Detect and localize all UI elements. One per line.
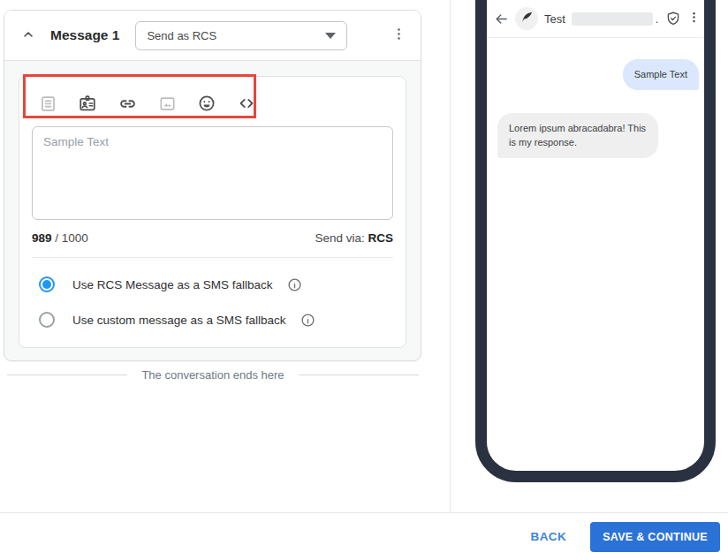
image-icon[interactable]: [155, 92, 178, 115]
phone-screen: Test . Sample Text Lorem ipsum abracadab…: [487, 0, 704, 471]
message-title: Message 1: [50, 27, 119, 43]
phone-preview-panel: Test . Sample Text Lorem ipsum abracadab…: [451, 0, 728, 512]
rcs-message-builder: Message 1 Send as RCS: [0, 0, 728, 560]
send-via-label: Send via:: [315, 231, 368, 245]
message-card-body: 989 / 1000 Send via: RCS Use RCS Message…: [4, 61, 421, 360]
message-options-menu-button[interactable]: [389, 24, 408, 47]
message-editor-panel: Message 1 Send as RCS: [0, 0, 451, 512]
composer-meta-row: 989 / 1000 Send via: RCS: [32, 231, 393, 245]
redacted-sender-id: [572, 12, 653, 26]
send-via: Send via: RCS: [315, 231, 393, 245]
collapse-message-button[interactable]: [17, 24, 40, 47]
wizard-footer: BACK SAVE & CONTINUE: [0, 512, 728, 560]
editor-divider: [32, 257, 393, 258]
radio-button-icon[interactable]: [39, 312, 55, 328]
send-via-value: RCS: [368, 231, 393, 245]
char-count-used: 989: [32, 231, 52, 245]
back-arrow-icon[interactable]: [494, 11, 509, 26]
message-card: Message 1 Send as RCS: [4, 10, 421, 361]
divider-line: [7, 375, 127, 375]
emoji-icon[interactable]: [195, 92, 218, 115]
message-editor: 989 / 1000 Send via: RCS Use RCS Message…: [19, 76, 406, 348]
message-text-input[interactable]: [32, 126, 393, 220]
kebab-menu-icon: [391, 26, 406, 44]
divider-line: [299, 375, 419, 375]
contact-name-suffix: .: [656, 12, 659, 26]
phone-chat-header: Test .: [487, 0, 704, 38]
chat-area: Sample Text Lorem ipsum abracadabra! Thi…: [487, 38, 704, 471]
feather-icon: [520, 11, 534, 27]
contact-card-icon[interactable]: [76, 92, 99, 115]
fallback-option-label: Use RCS Message as a SMS fallback: [72, 278, 273, 291]
back-button[interactable]: BACK: [531, 530, 567, 543]
conversation-end-text: The conversation ends here: [141, 368, 284, 382]
template-icon[interactable]: [36, 92, 59, 115]
fallback-option-label: Use custom message as a SMS fallback: [72, 314, 286, 327]
chevron-down-icon: [325, 33, 336, 39]
verified-shield-icon: [665, 11, 681, 26]
link-icon[interactable]: [116, 92, 139, 115]
conversation-end-divider: The conversation ends here: [7, 368, 419, 382]
info-icon[interactable]: [300, 313, 315, 328]
fallback-option-custom[interactable]: Use custom message as a SMS fallback: [32, 306, 393, 333]
phone-mockup: Test . Sample Text Lorem ipsum abracadab…: [475, 0, 716, 482]
info-icon[interactable]: [287, 277, 302, 292]
kebab-menu-icon: [687, 11, 701, 26]
char-count-max: 1000: [62, 231, 88, 245]
incoming-message-bubble: Lorem ipsum abracadabra! This is my resp…: [497, 113, 658, 158]
send-as-dropdown-value: Send as RCS: [147, 29, 216, 42]
chat-options-menu-button[interactable]: [687, 11, 700, 26]
char-counter: 989 / 1000: [32, 231, 88, 245]
message-card-header: Message 1 Send as RCS: [4, 11, 421, 61]
send-as-dropdown[interactable]: Send as RCS: [135, 21, 347, 50]
code-icon[interactable]: [235, 92, 258, 115]
composer-toolbar: [32, 87, 393, 126]
chevron-up-icon: [21, 27, 35, 44]
avatar: [515, 7, 538, 30]
fallback-option-rcs[interactable]: Use RCS Message as a SMS fallback: [32, 271, 393, 298]
contact-name: Test: [544, 12, 565, 26]
fallback-options: Use RCS Message as a SMS fallback Use cu…: [32, 271, 393, 333]
char-count-separator: /: [52, 231, 62, 245]
outgoing-message-bubble: Sample Text: [623, 59, 699, 90]
radio-button-icon[interactable]: [39, 276, 55, 292]
save-and-continue-button[interactable]: SAVE & CONTINUE: [590, 522, 720, 552]
